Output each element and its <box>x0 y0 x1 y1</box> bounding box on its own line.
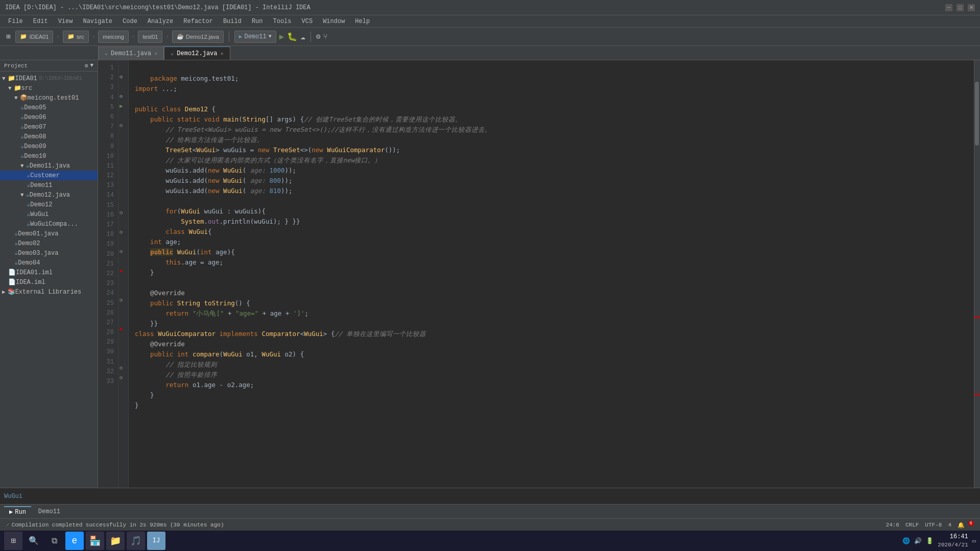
taskbar-volume-icon[interactable]: 🔊 <box>914 537 922 545</box>
toolbar-sep2 <box>310 32 311 42</box>
menu-refactor[interactable]: Refactor <box>179 17 217 26</box>
menu-code[interactable]: Code <box>118 17 141 26</box>
toolbar-test01[interactable]: test01 <box>138 31 162 43</box>
tree-item-package[interactable]: ▼ 📦 meicong.test01 <box>0 93 98 103</box>
status-right: 24:6 CRLF UTF-8 4 🔔 6 <box>886 521 974 529</box>
show-desktop-icon[interactable]: ▭ <box>972 537 976 545</box>
indent[interactable]: 4 <box>948 522 951 528</box>
tree-java-icon-demo01: ☕ <box>14 230 18 237</box>
run-button[interactable]: ▶ <box>279 32 284 42</box>
tree-item-demo04[interactable]: ☕ Demo04 <box>0 258 98 268</box>
tree-item-demo07[interactable]: ☕ Demo07 <box>0 122 98 132</box>
tree-item-demo09[interactable]: ☕ Demo09 <box>0 141 98 151</box>
tree-item-external-libs[interactable]: ▶ 📚 External Libraries <box>0 287 98 297</box>
menu-navigate[interactable]: Navigate <box>79 17 116 26</box>
tab-demo11[interactable]: ☕ Demo11.java ✕ <box>98 46 164 60</box>
menu-file[interactable]: File <box>4 17 27 26</box>
tree-label-demo08: Demo08 <box>24 133 46 140</box>
close-button[interactable]: ✕ <box>968 4 975 11</box>
cursor-position[interactable]: 24:6 <box>886 522 899 528</box>
tree-folder-icon-idea01: 📁 <box>8 75 15 82</box>
run-config-selector[interactable]: ▶ Demo11 ▼ <box>234 31 276 43</box>
code-lines[interactable]: package meicong.test01; import ...; publ… <box>129 60 974 488</box>
taskbar-store[interactable]: 🏪 <box>86 532 104 550</box>
menu-edit[interactable]: Edit <box>29 17 52 26</box>
tree-item-customer[interactable]: ☕ Customer <box>0 171 98 180</box>
tree-folder-icon-src: 📁 <box>14 84 21 92</box>
tree-item-demo01[interactable]: ☕ Demo01.java <box>0 229 98 238</box>
notification-icon[interactable]: 🔔 6 <box>958 521 974 529</box>
toolbar-meicong[interactable]: meicong <box>98 31 129 43</box>
taskbar-folder[interactable]: 📁 <box>106 532 125 550</box>
toolbar-test01-label: test01 <box>142 34 158 40</box>
tree-item-demo06[interactable]: ☕ Demo06 <box>0 112 98 122</box>
toolbar-src[interactable]: 📁 src <box>63 31 89 43</box>
code-line-20: } <box>135 269 154 276</box>
taskbar-edge[interactable]: e <box>65 532 84 550</box>
tree-item-wuguicompa[interactable]: ☕ WuGuiCompa... <box>0 219 98 229</box>
sidebar-header: Project ⚙ ▼ <box>0 60 98 71</box>
menu-tools[interactable]: Tools <box>269 17 296 26</box>
tree-label-demo12: Demo12 <box>30 201 52 208</box>
tree-item-demo08[interactable]: ☕ Demo08 <box>0 132 98 141</box>
taskbar-music[interactable]: 🎵 <box>127 532 145 550</box>
tree-item-idea01[interactable]: ▼ 📁 IDEA01 D:\IDEA\IDEA01 <box>0 74 98 83</box>
code-line-24: return "小乌龟[" + "age=" + age + ']'; <box>135 309 308 317</box>
tree-java-icon-demo06: ☕ <box>20 113 24 121</box>
tab-demo11-close[interactable]: ✕ <box>154 51 157 57</box>
menu-help[interactable]: Help <box>351 17 374 26</box>
right-scrollbar[interactable] <box>974 60 980 488</box>
tree-label-idea01iml: IDEA01.iml <box>16 269 53 276</box>
taskbar-battery-icon[interactable]: 🔋 <box>926 537 934 545</box>
tree-java-icon-demo07: ☕ <box>20 123 24 131</box>
menu-vcs[interactable]: VCS <box>298 17 317 26</box>
settings-icon[interactable]: ⚙ <box>316 32 320 41</box>
sidebar-gear-icon[interactable]: ⚙ <box>85 62 88 69</box>
tree-item-demo02[interactable]: ☕ Demo02 <box>0 238 98 248</box>
task-view-button[interactable]: ⧉ <box>45 532 63 550</box>
git-icon[interactable]: ⑂ <box>323 33 327 41</box>
tab-demo12-close[interactable]: ✕ <box>221 51 224 57</box>
tree-item-demo11java[interactable]: ▼ ☕ Demo11.java <box>0 161 98 171</box>
toolbar-idea01[interactable]: 📁 IDEA01 <box>15 31 53 43</box>
code-line-10: wuGuis.add(new WuGui( age: 1000)); <box>135 166 296 174</box>
tree-item-src[interactable]: ▼ 📁 src <box>0 83 98 93</box>
main-layout: Project ⚙ ▼ ▼ 📁 IDEA01 D:\IDEA\IDEA01 ▼ … <box>0 60 980 488</box>
menu-view[interactable]: View <box>54 17 77 26</box>
tree-label-demo07: Demo07 <box>24 124 46 131</box>
minimize-button[interactable]: ─ <box>945 4 952 11</box>
tree-item-demo11[interactable]: ☕ Demo11 <box>0 180 98 190</box>
tree-item-demo05[interactable]: ☕ Demo05 <box>0 103 98 112</box>
debug-button[interactable]: 🐛 <box>287 32 297 42</box>
maximize-button[interactable]: □ <box>957 4 964 11</box>
tree-label-demo06: Demo06 <box>24 114 46 121</box>
menu-analyze[interactable]: Analyze <box>144 17 177 26</box>
tree-item-demo12[interactable]: ☕ Demo12 <box>0 200 98 209</box>
tree-item-wugui[interactable]: ☕ WuGui <box>0 209 98 219</box>
search-button[interactable]: 🔍 <box>25 532 43 550</box>
toolbar-file[interactable]: ☕ Demo12.java <box>172 31 224 43</box>
tab-demo12[interactable]: ☕ Demo12.java ✕ <box>164 46 230 60</box>
tree-icon-external: ▶ <box>2 289 6 295</box>
menu-run[interactable]: Run <box>248 17 267 26</box>
tree-item-ideaiml[interactable]: 📄 IDEA.iml <box>0 277 98 287</box>
code-scroll-area[interactable]: 1234567891011121314151617181920212223242… <box>98 60 974 488</box>
window-controls[interactable]: ─ □ ✕ <box>945 4 975 11</box>
coverage-button[interactable]: ☁ <box>300 32 305 42</box>
tree-label-demo12java: Demo12.java <box>30 191 70 199</box>
encoding[interactable]: UTF-8 <box>925 522 942 528</box>
panel-tab-demo11[interactable]: Demo11 <box>33 507 65 516</box>
tree-item-demo10[interactable]: ☕ Demo10 <box>0 151 98 161</box>
run-config-icon: ▶ <box>239 33 243 40</box>
line-ending[interactable]: CRLF <box>905 522 919 528</box>
taskbar-network-icon[interactable]: 🌐 <box>902 537 910 545</box>
sidebar-collapse-icon[interactable]: ▼ <box>90 62 93 69</box>
tree-item-demo03[interactable]: ☕ Demo03.java <box>0 248 98 258</box>
tree-item-idea01iml[interactable]: 📄 IDEA01.iml <box>0 268 98 277</box>
taskbar-idea[interactable]: IJ <box>147 532 165 550</box>
panel-tab-run[interactable]: ▶ Run <box>4 506 31 517</box>
start-button[interactable]: ⊞ <box>4 532 22 550</box>
menu-window[interactable]: Window <box>319 17 349 26</box>
tree-item-demo12java[interactable]: ▼ ☕ Demo12.java <box>0 190 98 200</box>
menu-build[interactable]: Build <box>219 17 246 26</box>
